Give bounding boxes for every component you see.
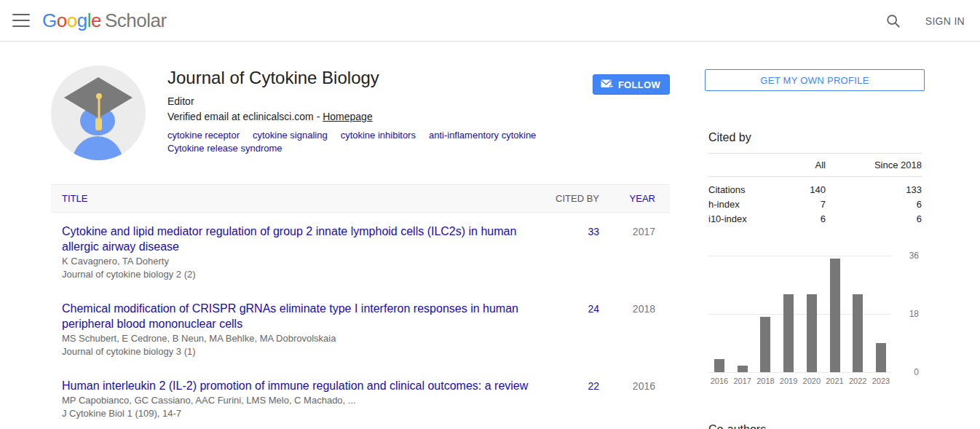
- article-row: Human interleukin 2 (IL-2) promotion of …: [51, 367, 670, 429]
- interest-link[interactable]: cytokine receptor: [167, 129, 240, 142]
- stat-value-all: 7: [781, 197, 826, 212]
- article-year: 2017: [599, 224, 655, 280]
- citation-stats-row: h-index76: [708, 197, 922, 212]
- stat-value-since: 6: [826, 212, 922, 227]
- sort-by-citations-label[interactable]: CITED BY: [546, 193, 599, 204]
- article-venue: Journal of cytokine biology 3 (1): [62, 346, 546, 358]
- chart-bar-2020[interactable]: [807, 294, 817, 372]
- hamburger-menu-icon[interactable]: [12, 14, 30, 27]
- article-cited-count[interactable]: 24: [546, 301, 599, 358]
- citations-per-year-chart: 3618020162017201820192020202120222023: [705, 250, 925, 390]
- articles-list: Cytokine and lipid mediator regulation o…: [51, 213, 670, 429]
- interest-link[interactable]: cytokine inhibitors: [341, 129, 416, 142]
- chart-xtick-label: 2016: [708, 377, 731, 385]
- citation-stats-header: All Since 2018: [708, 153, 922, 177]
- article-row: Chemical modification of CRISPR gRNAs el…: [51, 290, 670, 367]
- chart-ytick-label: 0: [891, 366, 919, 378]
- chart-xtick-label: 2017: [731, 377, 754, 385]
- chart-bar-2016[interactable]: [714, 359, 724, 372]
- chart-bar-2017[interactable]: [738, 366, 748, 372]
- interest-tags: cytokine receptorcytokine signalingcytok…: [167, 129, 590, 155]
- topbar: Google Scholar SIGN IN: [0, 0, 980, 42]
- chart-xtick-label: 2019: [777, 377, 800, 385]
- chart-bar-2022[interactable]: [853, 294, 863, 372]
- chart-bar-2023[interactable]: [876, 343, 886, 372]
- stat-value-all: 140: [781, 183, 826, 197]
- chart-xtick-label: 2020: [800, 377, 823, 385]
- citation-stats-row: i10-index66: [708, 212, 922, 227]
- interest-link[interactable]: cytokine signaling: [253, 129, 328, 142]
- article-authors: MS Schubert, E Cedrone, B Neun, MA Behlk…: [62, 333, 546, 345]
- stat-label-link[interactable]: h-index: [708, 197, 781, 212]
- profile-role: Editor: [167, 95, 590, 108]
- coauthors-heading: Co-authors: [708, 423, 925, 429]
- article-title-link[interactable]: Human interleukin 2 (IL-2) promotion of …: [62, 378, 546, 393]
- citation-stats-row: Citations140133: [708, 183, 922, 197]
- stat-label-link[interactable]: i10-index: [708, 212, 781, 227]
- chart-bar-2019[interactable]: [783, 294, 794, 372]
- stat-value-since: 133: [826, 183, 922, 197]
- chart-xtick-label: 2022: [846, 377, 869, 385]
- chart-bar-2018[interactable]: [760, 317, 770, 372]
- stat-value-since: 6: [826, 197, 922, 212]
- chart-gridline: [708, 256, 891, 256]
- citation-stats-table: All Since 2018 Citations140133h-index76i…: [708, 153, 922, 227]
- chart-xtick-label: 2021: [823, 377, 847, 385]
- article-authors: K Cavagnero, TA Doherty: [62, 256, 546, 267]
- homepage-link[interactable]: Homepage: [323, 111, 373, 122]
- article-authors: MP Capobianco, GC Cassiano, AAC Furini, …: [62, 395, 546, 406]
- col-all-label: All: [781, 160, 826, 170]
- article-cited-count[interactable]: 33: [546, 224, 599, 280]
- article-year: 2016: [599, 378, 655, 420]
- chart-xtick-label: 2018: [754, 377, 777, 385]
- scholar-logo[interactable]: Google Scholar: [42, 9, 167, 32]
- verified-email-text: Verified email at eclinicalsci.com -: [167, 111, 323, 122]
- chart-gridline: [708, 372, 891, 373]
- stat-value-all: 6: [781, 212, 826, 227]
- profile-verified: Verified email at eclinicalsci.com - Hom…: [167, 111, 590, 123]
- chart-gridline: [708, 314, 891, 315]
- follow-button[interactable]: FOLLOW: [593, 74, 670, 95]
- article-row: Cytokine and lipid mediator regulation o…: [51, 213, 670, 290]
- interest-link[interactable]: anti-inflamentory cytokine: [429, 129, 536, 142]
- chart-ytick-label: 18: [891, 308, 919, 320]
- page-title: Journal of Cytokine Biology: [167, 67, 590, 89]
- get-my-own-profile-button[interactable]: GET MY OWN PROFILE: [705, 69, 925, 91]
- cited-by-heading: Cited by: [708, 131, 925, 144]
- col-since-label: Since 2018: [826, 160, 922, 170]
- stat-label-link[interactable]: Citations: [708, 183, 781, 197]
- article-venue: Journal of cytokine biology 2 (2): [62, 269, 546, 280]
- avatar: [51, 66, 146, 160]
- chart-bar-2021[interactable]: [830, 259, 840, 372]
- profile-header: Journal of Cytokine Biology Editor Verif…: [51, 66, 670, 160]
- sort-by-year-link[interactable]: YEAR: [599, 193, 655, 204]
- scholar-logo-text: Scholar: [105, 9, 167, 32]
- article-title-link[interactable]: Cytokine and lipid mediator regulation o…: [62, 224, 546, 254]
- search-icon[interactable]: [885, 13, 901, 29]
- chart-xtick-label: 2023: [869, 377, 893, 385]
- follow-envelope-icon: [601, 79, 613, 90]
- articles-table-header: TITLE CITED BY YEAR: [51, 184, 670, 213]
- article-cited-count[interactable]: 22: [546, 378, 599, 420]
- article-title-link[interactable]: Chemical modification of CRISPR gRNAs el…: [62, 301, 546, 331]
- google-logo-text: Google: [42, 9, 101, 32]
- article-year: 2018: [599, 301, 655, 358]
- sort-by-title-link[interactable]: TITLE: [51, 193, 546, 204]
- chart-ytick-label: 36: [891, 250, 919, 261]
- sign-in-link[interactable]: SIGN IN: [925, 15, 965, 27]
- follow-button-label: FOLLOW: [618, 79, 660, 90]
- article-venue: J Cytokine Biol 1 (109), 14-7: [62, 408, 546, 420]
- interest-link[interactable]: Cytokine release syndrome: [167, 142, 282, 155]
